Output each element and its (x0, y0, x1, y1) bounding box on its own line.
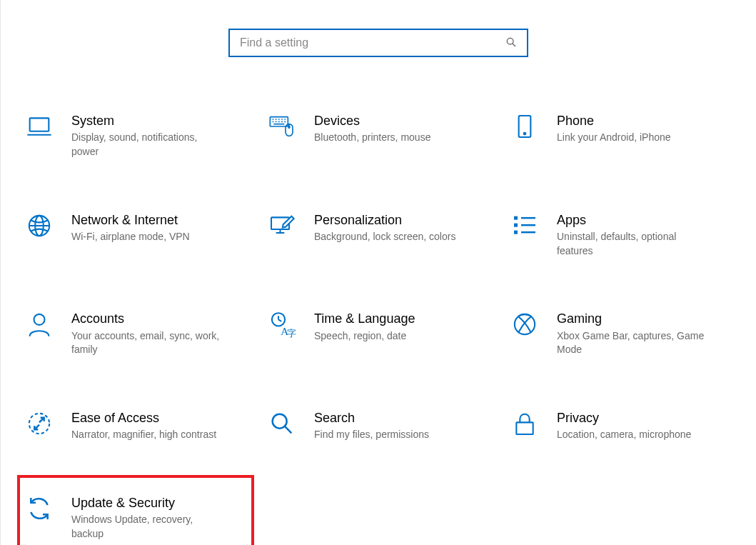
tile-network[interactable]: Network & Internet Wi-Fi, airplane mode,… (21, 206, 250, 263)
svg-text:字: 字 (287, 328, 296, 339)
tile-accounts[interactable]: Accounts Your accounts, email, sync, wor… (21, 305, 250, 361)
svg-point-0 (507, 38, 513, 44)
svg-point-20 (524, 133, 526, 135)
tile-title: Network & Internet (71, 212, 190, 229)
tile-update-security[interactable]: Update & Security Windows Update, recove… (21, 489, 250, 545)
tile-desc: Display, sound, notifications, power (71, 131, 221, 159)
lock-icon (510, 409, 540, 439)
tile-desc: Wi-Fi, airplane mode, VPN (71, 230, 190, 244)
svg-line-1 (513, 44, 515, 46)
tile-title: Phone (557, 113, 671, 129)
tile-search[interactable]: Search Find my files, permissions (264, 404, 493, 446)
svg-rect-27 (514, 216, 518, 219)
tile-title: Update & Security (71, 495, 221, 511)
svg-line-36 (278, 319, 281, 321)
svg-point-41 (273, 414, 287, 428)
magnifier-icon (267, 409, 297, 439)
tile-system[interactable]: System Display, sound, notifications, po… (21, 107, 250, 164)
tile-desc: Speech, region, date (314, 329, 415, 344)
ease-access-icon (24, 409, 54, 439)
tile-desc: Xbox Game Bar, captures, Game Mode (557, 329, 707, 357)
svg-point-40 (29, 414, 49, 434)
tile-phone[interactable]: Phone Link your Android, iPhone (507, 107, 735, 164)
svg-point-33 (34, 314, 45, 325)
tile-desc: Background, lock screen, colors (314, 230, 455, 244)
tile-title: Ease of Access (71, 410, 216, 426)
svg-rect-29 (514, 230, 518, 234)
tile-devices[interactable]: Devices Bluetooth, printers, mouse (264, 107, 493, 164)
tile-title: Accounts (71, 311, 221, 327)
keyboard-mouse-icon (267, 111, 297, 141)
search-bar-container (1, 29, 756, 57)
tile-desc: Find my files, permissions (314, 428, 429, 442)
person-icon (24, 309, 54, 339)
search-input[interactable] (238, 36, 505, 50)
tile-title: Gaming (557, 311, 707, 327)
tile-apps[interactable]: Apps Uninstall, defaults, optional featu… (507, 206, 735, 263)
tile-desc: Narrator, magnifier, high contrast (71, 428, 216, 442)
tile-title: System (71, 113, 221, 129)
tile-time-language[interactable]: A 字 Time & Language Speech, region, date (264, 305, 493, 361)
tile-desc: Link your Android, iPhone (557, 131, 671, 145)
tile-desc: Your accounts, email, sync, work, family (71, 329, 221, 357)
settings-home: System Display, sound, notifications, po… (0, 0, 756, 545)
tile-title: Privacy (557, 410, 691, 426)
settings-grid: System Display, sound, notifications, po… (1, 107, 756, 545)
tile-ease-of-access[interactable]: Ease of Access Narrator, magnifier, high… (21, 404, 250, 446)
svg-line-42 (285, 426, 291, 433)
svg-rect-28 (514, 223, 518, 226)
svg-rect-43 (516, 422, 533, 434)
tile-gaming[interactable]: Gaming Xbox Game Bar, captures, Game Mod… (507, 305, 735, 361)
apps-list-icon (510, 211, 540, 241)
tile-desc: Bluetooth, printers, mouse (314, 131, 430, 145)
tile-title: Personalization (314, 212, 455, 229)
xbox-icon (510, 309, 540, 339)
tile-personalization[interactable]: Personalization Background, lock screen,… (264, 206, 493, 263)
tile-privacy[interactable]: Privacy Location, camera, microphone (507, 404, 735, 446)
svg-rect-2 (30, 118, 49, 131)
search-box[interactable] (228, 29, 528, 57)
svg-point-18 (288, 126, 290, 128)
svg-point-39 (515, 314, 535, 334)
tile-title: Devices (314, 113, 430, 129)
tile-desc: Location, camera, microphone (557, 428, 691, 442)
tile-title: Time & Language (314, 311, 415, 327)
search-icon (505, 36, 518, 49)
tile-title: Search (314, 410, 429, 426)
pen-monitor-icon (267, 211, 297, 241)
time-language-icon: A 字 (267, 309, 297, 339)
tile-desc: Windows Update, recovery, backup (71, 513, 221, 541)
globe-icon (24, 211, 54, 241)
tile-title: Apps (557, 212, 707, 229)
phone-icon (510, 111, 540, 141)
tile-desc: Uninstall, defaults, optional features (557, 230, 707, 258)
laptop-icon (24, 111, 54, 141)
sync-icon (24, 494, 54, 524)
